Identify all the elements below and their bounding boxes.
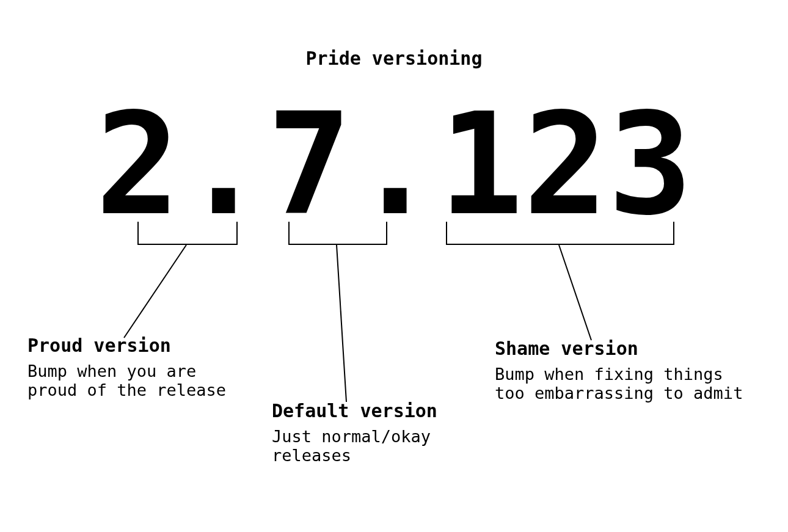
callout-default-desc: Just normal/okay releases xyxy=(272,427,492,465)
pointer-line-default xyxy=(337,245,346,402)
callout-shame-heading: Shame version xyxy=(495,338,770,359)
version-segment-proud: 2 xyxy=(95,104,180,226)
callout-shame: Shame version Bump when fixing things to… xyxy=(495,338,770,403)
version-segment-default: 7 xyxy=(267,104,351,226)
pointer-line-proud xyxy=(124,245,186,338)
diagram-stage: Pride versioning 2.7.123 Proud version B… xyxy=(0,0,788,532)
callout-proud: Proud version Bump when you are proud of… xyxy=(27,335,284,399)
version-number: 2.7.123 xyxy=(0,104,788,226)
bracket-proud xyxy=(137,222,238,245)
callout-proud-desc: Bump when you are proud of the release xyxy=(27,362,284,399)
bracket-default xyxy=(288,222,387,245)
version-dot-1: . xyxy=(180,104,267,226)
callout-default-heading: Default version xyxy=(272,401,492,421)
version-segment-shame: 123 xyxy=(439,104,692,226)
version-dot-2: . xyxy=(352,104,439,226)
bracket-shame xyxy=(446,222,674,245)
callout-shame-desc: Bump when fixing things too embarrassing… xyxy=(495,365,770,403)
callout-default: Default version Just normal/okay release… xyxy=(272,401,492,465)
page-title: Pride versioning xyxy=(0,48,788,69)
callout-proud-heading: Proud version xyxy=(27,335,284,355)
pointer-line-shame xyxy=(559,245,591,340)
